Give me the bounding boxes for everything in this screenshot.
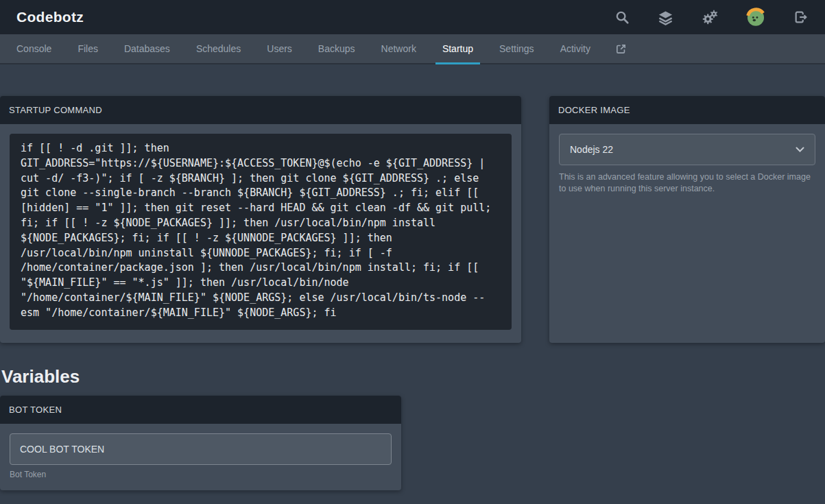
docker-image-help-text: This is an advanced feature allowing you…: [559, 171, 815, 194]
tab-activity[interactable]: Activity: [553, 34, 597, 63]
tab-backups[interactable]: Backups: [311, 34, 362, 63]
tab-databases[interactable]: Databases: [117, 34, 177, 63]
startup-command-title: STARTUP COMMAND: [0, 96, 521, 124]
tab-network[interactable]: Network: [374, 34, 423, 63]
brand-title[interactable]: Codebotz: [16, 9, 84, 25]
sign-out-icon[interactable]: [793, 10, 809, 25]
topbar-icon-group: [614, 8, 809, 27]
tab-files[interactable]: Files: [71, 34, 105, 63]
tab-users[interactable]: Users: [260, 34, 299, 63]
tab-settings[interactable]: Settings: [492, 34, 541, 63]
docker-image-select[interactable]: Nodejs 22: [559, 134, 815, 165]
external-link-icon[interactable]: [610, 34, 632, 63]
top-bar: Codebotz: [0, 0, 825, 34]
startup-command-field[interactable]: if [[ ! -d .git ]]; then GIT_ADDRESS="ht…: [10, 134, 512, 330]
server-nav-tabs: Console Files Databases Schedules Users …: [0, 34, 825, 64]
chevron-down-icon: [796, 144, 804, 155]
layers-icon[interactable]: [658, 10, 673, 25]
docker-image-selected-value: Nodejs 22: [570, 144, 613, 155]
search-icon[interactable]: [614, 10, 630, 25]
variable-panel-bot-token: BOT TOKEN Bot Token: [0, 396, 401, 490]
docker-image-panel: DOCKER IMAGE Nodejs 22 This is an advanc…: [549, 96, 825, 343]
variable-title: BOT TOKEN: [0, 396, 401, 424]
gears-icon[interactable]: [702, 9, 718, 25]
variable-label: Bot Token: [10, 470, 392, 479]
tab-schedules[interactable]: Schedules: [189, 34, 248, 63]
tab-console[interactable]: Console: [10, 34, 58, 63]
variables-heading: Variables: [1, 366, 825, 387]
startup-command-panel: STARTUP COMMAND if [[ ! -d .git ]]; then…: [0, 96, 521, 343]
bot-token-input[interactable]: [10, 433, 392, 465]
docker-image-title: DOCKER IMAGE: [549, 96, 825, 124]
avatar[interactable]: [746, 8, 765, 27]
tab-startup[interactable]: Startup: [435, 34, 480, 63]
main-content: STARTUP COMMAND if [[ ! -d .git ]]; then…: [0, 64, 825, 490]
